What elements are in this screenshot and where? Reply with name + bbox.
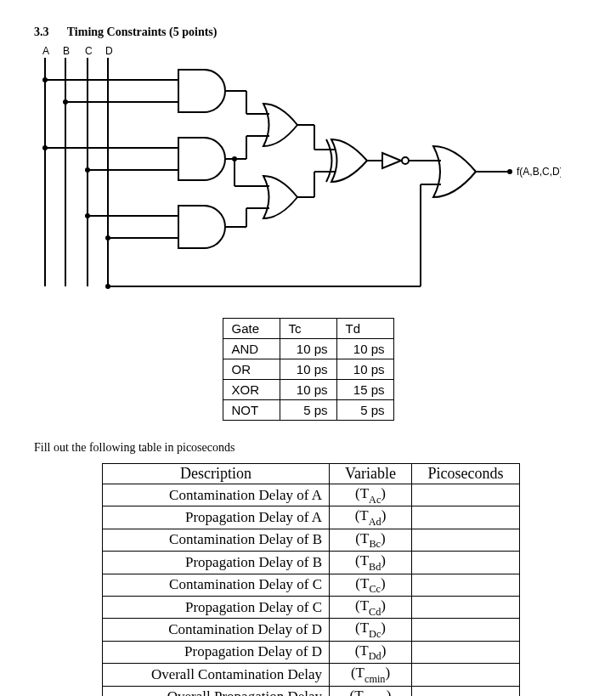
table-row: OR 10 ps 10 ps [223, 359, 393, 380]
answer-ps [412, 484, 520, 506]
table-row: Propagation Delay of D (TDd) [103, 641, 520, 663]
svg-point-42 [507, 169, 512, 174]
svg-point-34 [402, 157, 409, 164]
table-row: Contamination Delay of B (TBc) [103, 529, 520, 551]
answer-desc: Overall Propagation Delay [103, 686, 330, 696]
answer-var: (TCd) [330, 596, 412, 618]
input-label-a: A [42, 45, 49, 57]
answer-desc: Propagation Delay of D [103, 641, 330, 663]
input-label-b: B [63, 45, 70, 57]
and-gate-1-icon [178, 70, 225, 112]
gate-timing-header-gate: Gate [223, 319, 280, 339]
answer-desc: Overall Contamination Delay [103, 664, 330, 686]
answer-header-ps: Picoseconds [412, 464, 520, 484]
table-row: Overall Propagation Delay (Tdmax) [103, 686, 520, 696]
answer-ps [412, 686, 520, 696]
gate-tc: 10 ps [280, 380, 336, 400]
answer-header-desc: Description [103, 464, 330, 484]
answer-header-var: Variable [330, 464, 412, 484]
answer-var: (TCc) [330, 574, 412, 596]
table-row: NOT 5 ps 5 ps [223, 400, 393, 421]
answer-desc: Propagation Delay of A [103, 506, 330, 529]
xor-gate-icon [326, 139, 367, 182]
section-heading: 3.3 Timing Constraints (5 points) [34, 25, 582, 39]
answer-desc: Propagation Delay of B [103, 552, 330, 574]
gate-tc: 10 ps [280, 339, 336, 359]
answer-desc: Contamination Delay of C [103, 574, 330, 596]
or-gate-1-icon [263, 104, 297, 146]
gate-td: 15 ps [336, 380, 393, 400]
gate-name: XOR [223, 380, 280, 400]
answer-var: (TAd) [330, 506, 412, 529]
table-row: Gate Tc Td [223, 319, 393, 339]
and-gate-2-icon [178, 138, 225, 180]
answer-ps [412, 664, 520, 686]
answer-var: (Tdmax) [330, 686, 412, 696]
answer-var: (TDc) [330, 619, 412, 641]
svg-point-40 [105, 284, 110, 289]
table-row: Propagation Delay of C (TCd) [103, 596, 520, 618]
and-gate-3-icon [178, 206, 225, 248]
or-gate-2-icon [263, 176, 297, 218]
section-title: Timing Constraints (5 points) [67, 25, 218, 38]
answer-ps [412, 552, 520, 574]
or-gate-final-icon [433, 146, 476, 197]
answer-desc: Propagation Delay of C [103, 596, 330, 618]
answer-ps [412, 506, 520, 529]
svg-point-23 [232, 156, 237, 161]
answer-ps [412, 641, 520, 663]
answer-var: (Tcmin) [330, 664, 412, 686]
answer-var: (TBd) [330, 552, 412, 574]
gate-timing-table: Gate Tc Td AND 10 ps 10 ps OR 10 ps 10 p… [223, 318, 394, 421]
gate-td: 10 ps [336, 339, 393, 359]
gate-name: AND [223, 339, 280, 359]
section-number: 3.3 [34, 25, 49, 38]
table-row: Contamination Delay of D (TDc) [103, 619, 520, 641]
table-row: Overall Contamination Delay (Tcmin) [103, 664, 520, 686]
gate-timing-header-tc: Tc [280, 319, 336, 339]
table-row: XOR 10 ps 15 ps [223, 380, 393, 400]
gate-timing-header-td: Td [336, 319, 393, 339]
table-row: Contamination Delay of A (TAc) [103, 484, 520, 506]
gate-td: 10 ps [336, 359, 393, 380]
table-row: Contamination Delay of C (TCc) [103, 574, 520, 596]
answer-ps [412, 529, 520, 551]
gate-name: NOT [223, 400, 280, 421]
not-gate-icon [382, 153, 409, 168]
answer-ps [412, 596, 520, 618]
answer-var: (TAc) [330, 484, 412, 506]
answer-table: Description Variable Picoseconds Contami… [102, 463, 520, 696]
answer-var: (TDd) [330, 641, 412, 663]
instruction-text: Fill out the following table in picoseco… [34, 441, 582, 455]
input-label-d: D [105, 45, 113, 57]
output-label: f(A,B,C,D) [517, 166, 561, 178]
gate-tc: 10 ps [280, 359, 336, 380]
answer-ps [412, 574, 520, 596]
answer-desc: Contamination Delay of B [103, 529, 330, 551]
gate-td: 5 ps [336, 400, 393, 421]
answer-desc: Contamination Delay of D [103, 619, 330, 641]
answer-var: (TBc) [330, 529, 412, 551]
answer-desc: Contamination Delay of A [103, 484, 330, 506]
input-label-c: C [85, 45, 93, 57]
answer-ps [412, 619, 520, 641]
circuit-diagram: A B C D [34, 44, 582, 303]
table-row: Description Variable Picoseconds [103, 464, 520, 484]
table-row: Propagation Delay of A (TAd) [103, 506, 520, 529]
table-row: Propagation Delay of B (TBd) [103, 552, 520, 574]
circuit-svg: A B C D [34, 44, 561, 299]
table-row: AND 10 ps 10 ps [223, 339, 393, 359]
gate-name: OR [223, 359, 280, 380]
gate-tc: 5 ps [280, 400, 336, 421]
